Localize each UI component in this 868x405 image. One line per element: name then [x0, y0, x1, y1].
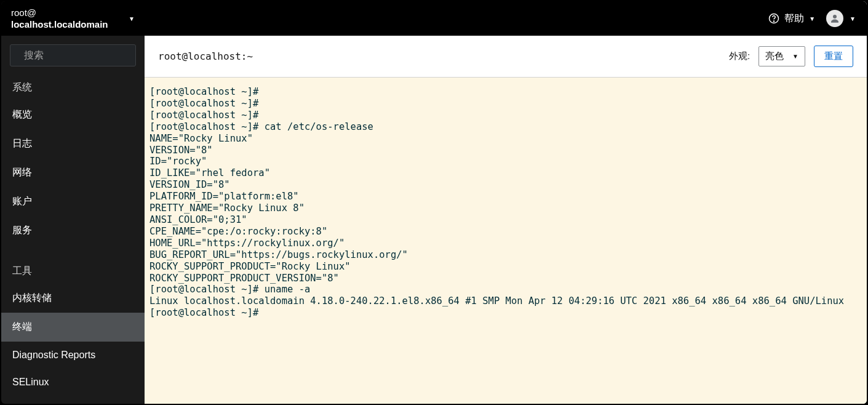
- nav: 系统 概览 日志 网络 账户 服务 工具 内核转储 终端 Diagnostic …: [1, 73, 145, 404]
- sidebar: root@ localhost.localdomain ▼ 系统 概览 日志 网…: [1, 1, 145, 404]
- appearance-value: 亮色: [765, 50, 784, 62]
- sidebar-item-kdump[interactable]: 内核转储: [1, 284, 145, 313]
- avatar: [826, 10, 843, 27]
- appearance-select[interactable]: 亮色 ▼: [759, 46, 805, 66]
- host-selector[interactable]: root@ localhost.localdomain ▼: [1, 1, 145, 36]
- sidebar-item-diagnostic-reports[interactable]: Diagnostic Reports: [1, 342, 145, 369]
- nav-section-system: 系统: [1, 73, 145, 100]
- help-label: 帮助: [784, 12, 804, 25]
- sidebar-item-accounts[interactable]: 账户: [1, 187, 145, 216]
- host-name: localhost.localdomain: [11, 18, 108, 31]
- appearance-label: 外观:: [729, 50, 750, 62]
- terminal-output: [root@localhost ~]# [root@localhost ~]# …: [149, 86, 862, 319]
- sidebar-item-network[interactable]: 网络: [1, 158, 145, 187]
- chevron-down-icon: ▼: [809, 15, 815, 22]
- help-icon: [768, 13, 779, 24]
- sidebar-item-logs[interactable]: 日志: [1, 129, 145, 158]
- chevron-down-icon: ▼: [850, 15, 856, 22]
- sidebar-item-overview[interactable]: 概览: [1, 100, 145, 129]
- svg-point-4: [833, 15, 837, 18]
- help-button[interactable]: 帮助 ▼: [768, 12, 815, 25]
- terminal-toolbar: root@localhost:~ 外观: 亮色 ▼ 重置: [145, 36, 867, 78]
- terminal-pane[interactable]: [root@localhost ~]# [root@localhost ~]# …: [145, 78, 867, 404]
- sidebar-item-selinux[interactable]: SELinux: [1, 369, 145, 396]
- search-input[interactable]: [24, 50, 147, 61]
- sidebar-item-terminal[interactable]: 终端: [1, 313, 145, 342]
- breadcrumb: root@localhost:~: [158, 50, 253, 62]
- chevron-down-icon: ▼: [792, 53, 798, 60]
- user-icon: [829, 13, 840, 24]
- sidebar-item-services[interactable]: 服务: [1, 216, 145, 245]
- main: 帮助 ▼ ▼ root@localhost:~ 外观: 亮色 ▼ 重置 [roo…: [145, 1, 867, 404]
- nav-section-tools: 工具: [1, 256, 145, 284]
- host-user: root@: [11, 7, 108, 19]
- reset-button[interactable]: 重置: [814, 46, 853, 67]
- user-menu[interactable]: ▼: [826, 10, 856, 27]
- search-box[interactable]: [10, 44, 136, 66]
- chevron-down-icon: ▼: [129, 15, 135, 22]
- top-bar: 帮助 ▼ ▼: [145, 1, 867, 36]
- svg-point-3: [774, 21, 774, 22]
